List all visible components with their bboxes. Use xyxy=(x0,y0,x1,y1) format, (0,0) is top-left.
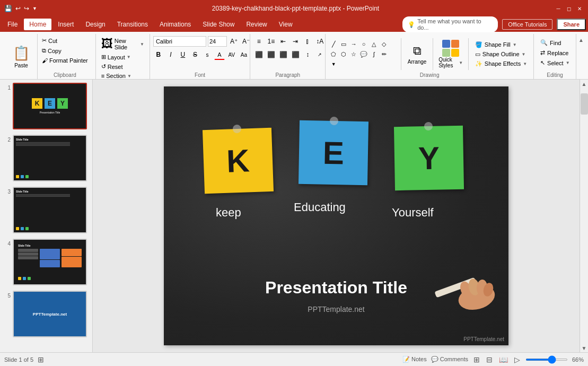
menu-animations[interactable]: Animations xyxy=(154,19,196,30)
menu-view[interactable]: View xyxy=(274,19,298,30)
format-painter-button[interactable]: 🖌 Format Painter xyxy=(40,56,90,65)
menu-home[interactable]: Home xyxy=(24,19,51,30)
menu-slideshow[interactable]: Slide Show xyxy=(197,19,240,30)
slideshow-button[interactable]: ▷ xyxy=(513,355,521,364)
slide-image-3[interactable]: Slide Title xyxy=(13,187,87,233)
customize-icon[interactable]: ▼ xyxy=(32,6,37,11)
freeform-tool[interactable]: ✏ xyxy=(379,49,389,59)
triangle-tool[interactable]: △ xyxy=(369,39,379,49)
comments-button[interactable]: 💬 Comments xyxy=(431,356,468,363)
paste-button[interactable]: 📋 Paste xyxy=(8,43,34,71)
numbering-button[interactable]: 1≡ xyxy=(266,36,276,47)
char-spacing-button[interactable]: AV xyxy=(226,49,237,60)
sticky-note-e[interactable]: E xyxy=(299,120,368,185)
menu-insert[interactable]: Insert xyxy=(52,19,79,30)
diamond-tool[interactable]: ◇ xyxy=(379,39,389,49)
section-button[interactable]: ≡ Section ▼ xyxy=(99,72,134,80)
fit-slide-button[interactable]: ⊞ xyxy=(38,355,44,364)
scroll-track[interactable] xyxy=(580,88,589,344)
find-button[interactable]: 🔍 Find xyxy=(537,38,573,47)
close-button[interactable]: ✕ xyxy=(575,4,584,13)
increase-font-button[interactable]: A⁺ xyxy=(229,36,239,47)
shadow-button[interactable]: s xyxy=(202,49,213,60)
strikethrough-button[interactable]: S xyxy=(190,49,200,60)
normal-view-button[interactable]: ⊞ xyxy=(472,355,481,364)
undo-icon[interactable]: ↩ xyxy=(15,5,21,12)
right-scrollbar[interactable]: ▲ ▼ xyxy=(580,80,588,352)
reading-view-button[interactable]: 📖 xyxy=(498,355,509,364)
menu-design[interactable]: Design xyxy=(80,19,110,30)
text-columns-button[interactable]: ⫿ xyxy=(302,36,313,47)
menu-file[interactable]: File xyxy=(2,19,23,30)
sticky-note-y[interactable]: Y xyxy=(394,126,464,190)
share-button[interactable]: Share xyxy=(557,19,586,30)
slide-thumb-2[interactable]: 2 Slide Title xyxy=(2,134,90,182)
align-left-button[interactable]: ⬛ xyxy=(253,49,264,60)
font-name-input[interactable] xyxy=(153,36,206,47)
slide-image-4[interactable]: Slide Title xyxy=(13,239,87,285)
replace-button[interactable]: ⇄ Replace xyxy=(537,48,573,57)
quick-styles-button[interactable]: Quick Styles ▼ xyxy=(438,57,463,68)
shape-outline-button[interactable]: ▭ Shape Outline ▼ xyxy=(472,50,530,59)
justify-button[interactable]: ⬛ xyxy=(290,49,301,60)
minimize-button[interactable]: ─ xyxy=(554,4,563,13)
font-color-button[interactable]: A xyxy=(214,49,225,60)
bold-button[interactable]: B xyxy=(153,49,164,60)
font-size-input[interactable] xyxy=(208,36,227,47)
rect-tool[interactable]: ▭ xyxy=(339,39,348,49)
more-shapes-btn[interactable]: ▼ xyxy=(329,59,338,69)
change-case-button[interactable]: Aa xyxy=(239,49,249,60)
office-tutorials-button[interactable]: Office Tutorials xyxy=(502,19,552,30)
italic-button[interactable]: I xyxy=(165,49,176,60)
save-icon[interactable]: 💾 xyxy=(4,5,12,12)
slide-thumb-1[interactable]: 1 K E Y Presentation Title xyxy=(2,82,90,130)
decrease-font-button[interactable]: A⁻ xyxy=(241,36,251,47)
callout-tool[interactable]: 💬 xyxy=(359,49,368,59)
select-button[interactable]: ↖ Select ▼ xyxy=(537,58,573,67)
increase-indent-button[interactable]: ⇥ xyxy=(290,36,301,47)
arrange-button[interactable]: ⧉ Arrange xyxy=(405,42,430,67)
slide-canvas[interactable]: K E Y keep Educating Yourself Presentati… xyxy=(164,86,508,345)
slide-image-1[interactable]: K E Y Presentation Title xyxy=(13,83,87,129)
hexagon-tool[interactable]: ⬡ xyxy=(339,49,348,59)
pentagon-tool[interactable]: ⬠ xyxy=(329,49,338,59)
slide-sorter-button[interactable]: ⊟ xyxy=(485,355,494,364)
menu-transitions[interactable]: Transitions xyxy=(112,19,153,30)
paragraph-dialog-button[interactable]: ↗ xyxy=(314,49,325,60)
line-tool[interactable]: ╱ xyxy=(329,39,338,49)
layout-button[interactable]: ⊞ Layout ▼ xyxy=(99,53,133,62)
slide-thumb-4[interactable]: 4 Slide Title xyxy=(2,238,90,286)
align-right-button[interactable]: ⬛ xyxy=(278,49,288,60)
scroll-up-button[interactable]: ▲ xyxy=(580,80,589,88)
circle-tool[interactable]: ○ xyxy=(359,39,368,49)
line-spacing-button[interactable]: ↕ xyxy=(302,49,313,60)
slide-thumb-5[interactable]: 5 PPTTemplate.net xyxy=(2,290,90,338)
slide-image-5[interactable]: PPTTemplate.net xyxy=(13,291,87,337)
star-tool[interactable]: ☆ xyxy=(349,49,358,59)
decrease-indent-button[interactable]: ⇤ xyxy=(278,36,288,47)
restore-button[interactable]: ◻ xyxy=(565,4,573,13)
collapse-ribbon-button[interactable]: ▲ xyxy=(576,35,586,45)
copy-button[interactable]: ⧉ Copy xyxy=(40,46,90,55)
menu-review[interactable]: Review xyxy=(241,19,272,30)
zoom-slider[interactable] xyxy=(525,359,568,361)
sticky-note-k[interactable]: K xyxy=(203,128,274,194)
arrow-tool[interactable]: → xyxy=(349,39,358,49)
reset-button[interactable]: ↺ Reset xyxy=(99,62,125,71)
align-center-button[interactable]: ⬛ xyxy=(266,49,276,60)
bullets-button[interactable]: ≡ xyxy=(253,36,264,47)
shape-fill-button[interactable]: 🪣 Shape Fill ▼ xyxy=(472,40,530,49)
slide-thumb-3[interactable]: 3 Slide Title xyxy=(2,186,90,234)
new-slide-button[interactable]: 🖼 New Slide ▼ xyxy=(99,36,146,52)
presentation-title[interactable]: Presentation Title xyxy=(265,278,407,298)
tell-me-input[interactable]: 💡 Tell me what you want to do... xyxy=(402,16,498,32)
cut-button[interactable]: ✂ Cut xyxy=(40,36,90,45)
slide-image-2[interactable]: Slide Title xyxy=(13,135,87,181)
notes-button[interactable]: 📝 Notes xyxy=(402,356,427,363)
text-direction-button[interactable]: ↕A xyxy=(314,36,325,47)
curve-tool[interactable]: ∫ xyxy=(369,49,379,59)
redo-icon[interactable]: ↪ xyxy=(24,5,29,12)
scroll-thumb[interactable] xyxy=(581,93,588,115)
underline-button[interactable]: U xyxy=(178,49,188,60)
scroll-down-button[interactable]: ▼ xyxy=(580,344,589,352)
